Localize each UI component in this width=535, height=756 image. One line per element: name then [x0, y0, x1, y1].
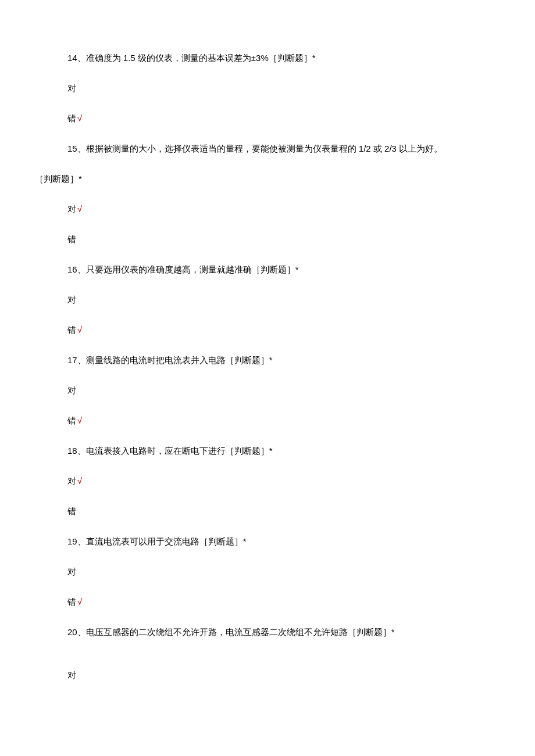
question-body-part1: 、根据被测量的大小，选择仪表适当的量程，要能使被测量为仪表量程的 1/2 或 2… [77, 144, 443, 153]
answer-option: 错 [35, 232, 500, 246]
answer-option: 对 [35, 293, 500, 307]
question-body: 、准确度为 1.5 级的仪表，测量的基本误差为±3%［判断题］* [77, 53, 316, 63]
answer-label: 错 [67, 415, 76, 425]
answer-label: 对 [67, 83, 76, 93]
correct-mark-icon: √ [77, 415, 82, 425]
question-line1: 15、根据被测量的大小，选择仪表适当的量程，要能使被测量为仪表量程的 1/2 或… [35, 142, 500, 156]
question-line2: ［判断题］* [35, 172, 500, 186]
answer-label: 错 [67, 506, 76, 516]
answer-label: 对 [67, 295, 76, 304]
answer-label: 对 [67, 670, 76, 680]
question-15-text: 15、根据被测量的大小，选择仪表适当的量程，要能使被测量为仪表量程的 1/2 或… [35, 142, 500, 186]
correct-mark-icon: √ [77, 597, 82, 607]
question-body: 、测量线路的电流时把电流表并入电路［判断题］* [77, 355, 273, 365]
answer-label: 对 [67, 476, 76, 486]
answer-label: 错 [67, 325, 76, 335]
question-body: 、电压互感器的二次绕组不允许开路，电流互感器二次绕组不允许短路［判断题］* [77, 627, 395, 637]
answer-label: 错 [67, 597, 76, 607]
question-14-text: 14、准确度为 1.5 级的仪表，测量的基本误差为±3%［判断题］* [35, 51, 500, 65]
question-body: 、电流表接入电路时，应在断电下进行［判断题］* [77, 446, 273, 456]
question-body: 、直流电流表可以用于交流电路［判断题］* [77, 536, 247, 546]
answer-label: 对 [67, 567, 76, 576]
question-number: 14 [67, 53, 77, 63]
question-18-text: 18、电流表接入电路时，应在断电下进行［判断题］* [35, 444, 500, 458]
answer-option: 对√ [35, 474, 500, 488]
answer-option: 对 [35, 81, 500, 95]
question-16: 16、只要选用仪表的准确度越高，测量就越准确［判断题］* 对 错√ [35, 263, 500, 337]
question-16-text: 16、只要选用仪表的准确度越高，测量就越准确［判断题］* [35, 263, 500, 277]
answer-option: 错√ [35, 414, 500, 428]
answer-option: 对 [35, 565, 500, 579]
answer-option: 对 [35, 668, 500, 682]
question-19: 19、直流电流表可以用于交流电路［判断题］* 对 错√ [35, 535, 500, 609]
answer-label: 对 [67, 385, 76, 395]
correct-mark-icon: √ [77, 325, 82, 335]
answer-option: 对 [35, 384, 500, 397]
question-number: 16 [67, 264, 77, 274]
answer-option: 对√ [35, 202, 500, 216]
question-15: 15、根据被测量的大小，选择仪表适当的量程，要能使被测量为仪表量程的 1/2 或… [35, 142, 500, 246]
answer-option: 错 [35, 504, 500, 518]
answer-label: 错 [67, 113, 76, 123]
question-20-text: 20、电压互感器的二次绕组不允许开路，电流互感器二次绕组不允许短路［判断题］* [35, 625, 500, 639]
answer-label: 对 [67, 204, 76, 214]
answer-option: 错√ [35, 595, 500, 609]
correct-mark-icon: √ [77, 113, 82, 123]
answer-option: 错√ [35, 112, 500, 126]
question-body: 、只要选用仪表的准确度越高，测量就越准确［判断题］* [77, 264, 299, 274]
question-20: 20、电压互感器的二次绕组不允许开路，电流互感器二次绕组不允许短路［判断题］* … [35, 625, 500, 682]
question-number: 17 [67, 355, 77, 365]
question-number: 18 [67, 446, 77, 456]
question-18: 18、电流表接入电路时，应在断电下进行［判断题］* 对√ 错 [35, 444, 500, 518]
correct-mark-icon: √ [77, 204, 82, 214]
answer-label: 错 [67, 234, 76, 244]
question-17-text: 17、测量线路的电流时把电流表并入电路［判断题］* [35, 353, 500, 367]
correct-mark-icon: √ [77, 476, 82, 486]
question-17: 17、测量线路的电流时把电流表并入电路［判断题］* 对 错√ [35, 353, 500, 428]
question-number: 15 [67, 144, 77, 153]
question-14: 14、准确度为 1.5 级的仪表，测量的基本误差为±3%［判断题］* 对 错√ [35, 51, 500, 126]
question-19-text: 19、直流电流表可以用于交流电路［判断题］* [35, 535, 500, 549]
question-number: 19 [67, 536, 77, 546]
answer-option: 错√ [35, 323, 500, 337]
question-number: 20 [67, 627, 77, 637]
